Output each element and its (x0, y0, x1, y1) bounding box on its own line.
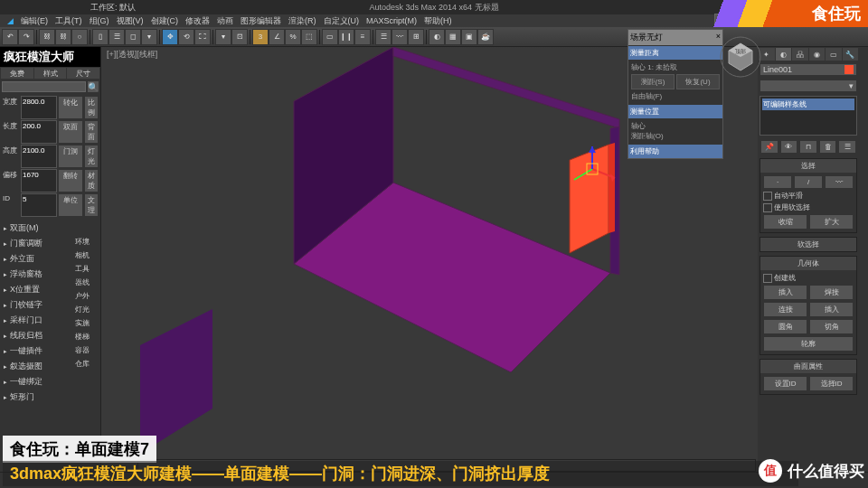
tab-hierarchy-icon[interactable]: 品 (792, 48, 808, 61)
menu-custom[interactable]: 自定义(U) (320, 15, 363, 27)
search-icon[interactable]: 🔍 (88, 81, 99, 92)
measure-panel[interactable]: 场景无灯× 测量距离 轴心 1: 未拾取 测距(S)恢复(U) 自由轴(F) 测… (627, 29, 723, 159)
named-sel-button[interactable]: ▭ (322, 29, 338, 45)
vertex-icon[interactable]: · (763, 175, 792, 189)
app-title: Autodesk 3ds Max 2014 x64 无标题 (369, 2, 498, 14)
tab-utilities-icon[interactable]: 🔧 (843, 48, 859, 61)
menu-create[interactable]: 创建(C) (147, 15, 183, 27)
undo-button[interactable]: ↶ (2, 29, 18, 45)
render-button[interactable]: ☕ (477, 29, 494, 45)
param-grid: 宽度2800.0转化比例 长度200.0双面背面 高度2100.0门洞灯光 偏移… (0, 94, 100, 219)
bind-button[interactable]: ○ (71, 29, 88, 45)
list-item[interactable]: 浮动窗格 (2, 267, 62, 282)
height-field[interactable]: 2100.0 (21, 145, 57, 168)
layer-button[interactable]: ☰ (375, 29, 392, 45)
menu-script[interactable]: MAXScript(M) (363, 16, 420, 25)
rotate-button[interactable]: ⟲ (178, 29, 194, 45)
menu-view[interactable]: 视图(V) (113, 15, 147, 27)
mirror-button[interactable]: ❙❙ (338, 29, 354, 45)
object-name-field[interactable]: Line001 (760, 63, 857, 76)
menu-edit[interactable]: 编辑(E) (17, 15, 52, 27)
panel-scrollbar[interactable] (859, 47, 868, 472)
workspace-label[interactable]: 工作区: 默认 (90, 2, 136, 14)
watermark-icon: 值 (759, 459, 782, 483)
list-item[interactable]: X位重置 (2, 282, 62, 297)
spline-icon[interactable]: 〰 (825, 175, 854, 189)
spinner-snap-button[interactable]: ⬚ (301, 29, 317, 45)
select-region-button[interactable]: ◻ (125, 29, 141, 45)
refsys-button[interactable]: ▾ (215, 29, 231, 45)
tab-style[interactable]: 样式 (34, 68, 67, 79)
render-setup-button[interactable]: ▦ (445, 29, 461, 45)
tab-size[interactable]: 尺寸 (67, 68, 99, 79)
filter-button[interactable]: ▾ (141, 29, 157, 45)
modifier-dropdown[interactable]: ▾ (760, 80, 857, 92)
stack-config-icon[interactable]: ☰ (838, 140, 856, 154)
list-item[interactable]: 采样门口 (2, 313, 62, 328)
stack-show-icon[interactable]: 👁 (780, 140, 798, 154)
material-button[interactable]: ◐ (429, 29, 445, 45)
chk-autosmooth[interactable]: 自动平滑 (762, 190, 854, 202)
segment-icon[interactable]: / (794, 175, 823, 189)
chk-softsel[interactable]: 使用软选择 (762, 202, 854, 213)
list-item[interactable]: 门铰链字 (2, 297, 62, 313)
channel-logo: 食住玩 (696, 0, 868, 27)
rollout-selection[interactable]: 选择 (760, 159, 856, 173)
length-field[interactable]: 200.0 (21, 120, 57, 144)
svg-marker-6 (140, 309, 212, 454)
menu-group[interactable]: 组(G) (86, 15, 113, 27)
list-item[interactable]: 线段归档 (2, 328, 62, 343)
menu-help[interactable]: 帮助(H) (420, 15, 456, 27)
align-button[interactable]: ≡ (354, 29, 371, 45)
angle-snap-button[interactable]: ∠ (269, 29, 285, 45)
list-item[interactable]: 外立面 (2, 251, 62, 267)
video-caption-1: 食住玩：单面建模7 (3, 436, 156, 463)
rollout-surface[interactable]: 曲面属性 (760, 360, 856, 373)
modifier-stack-item[interactable]: 可编辑样条线 (762, 99, 854, 110)
list-item[interactable]: 门窗调断 (2, 236, 62, 251)
percent-snap-button[interactable]: % (285, 29, 301, 45)
tool-column: 环境 相机 工具 器线 户外 灯光 实施 楼梯 容器 仓库 (64, 219, 100, 407)
select-name-button[interactable]: ☰ (108, 29, 125, 45)
tab-display-icon[interactable]: ▭ (826, 48, 842, 61)
list-item[interactable]: 一键绑定 (2, 374, 62, 389)
pivot-button[interactable]: ⊡ (231, 29, 248, 45)
app-icon[interactable]: ◢ (4, 16, 17, 25)
scale-button[interactable]: ⛶ (194, 29, 211, 45)
menu-modifiers[interactable]: 修改器 (182, 15, 213, 27)
select-button[interactable]: ▯ (92, 29, 108, 45)
stack-unique-icon[interactable]: ⊓ (799, 140, 817, 154)
move-button[interactable]: ✥ (162, 29, 178, 45)
unlink-button[interactable]: ⛓ (55, 29, 71, 45)
schematic-button[interactable]: ⊞ (408, 29, 424, 45)
menu-graph[interactable]: 图形编辑器 (237, 15, 285, 27)
link-button[interactable]: ⛓ (39, 29, 55, 45)
tab-free[interactable]: 免费 (1, 68, 33, 79)
menu-render[interactable]: 渲染(R) (285, 15, 320, 27)
list-item[interactable]: 叙选摄图 (2, 359, 62, 374)
stack-remove-icon[interactable]: 🗑 (819, 140, 837, 154)
rollout-softsel[interactable]: 软选择 (760, 238, 856, 251)
left-panel: 疯狂模渲大师 免费 样式 尺寸 🔍 宽度2800.0转化比例 长度200.0双面… (0, 47, 101, 472)
menu-animation[interactable]: 动画 (213, 15, 237, 27)
menu-tools[interactable]: 工具(T) (52, 15, 86, 27)
video-caption-2: 3dmax疯狂模渲大师建模——单面建模——门洞：门洞进深、门洞挤出厚度 (3, 461, 798, 486)
viewport-label[interactable]: [+][透视][线框] (107, 49, 157, 61)
redo-button[interactable]: ↷ (18, 29, 34, 45)
snap-button[interactable]: 3 (252, 29, 269, 45)
stack-pin-icon[interactable]: 📌 (760, 140, 778, 154)
search-input[interactable] (2, 81, 86, 92)
tab-motion-icon[interactable]: ◉ (809, 48, 826, 61)
list-item[interactable]: 双面(M) (2, 221, 62, 236)
curve-editor-button[interactable]: 〰 (392, 29, 408, 45)
plugin-title: 疯狂模渲大师 (0, 47, 100, 67)
watermark: 值 什么值得买 (759, 459, 864, 483)
width-field[interactable]: 2800.0 (21, 96, 57, 119)
rollout-geometry[interactable]: 几何体 (760, 257, 856, 270)
render-frame-button[interactable]: ▣ (461, 29, 477, 45)
list-item[interactable]: 一键插件 (2, 343, 62, 359)
list-item[interactable]: 矩形门 (2, 389, 62, 405)
tab-modify-icon[interactable]: ◐ (776, 48, 792, 61)
viewcube[interactable]: 顶部 (720, 36, 761, 78)
svg-text:顶部: 顶部 (735, 48, 746, 54)
